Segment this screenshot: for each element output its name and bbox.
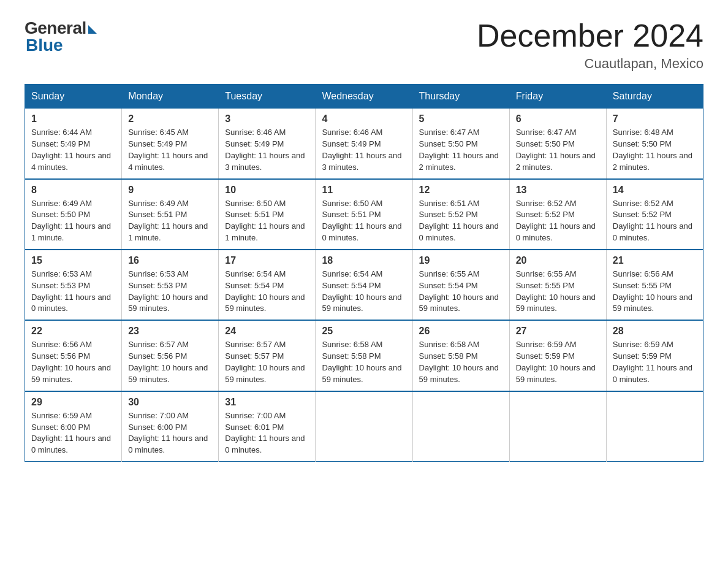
day-number: 8 bbox=[31, 185, 115, 196]
calendar-day-cell: 23Sunrise: 6:57 AMSunset: 5:56 PMDayligh… bbox=[122, 320, 219, 391]
day-info: Sunrise: 6:49 AMSunset: 5:51 PMDaylight:… bbox=[128, 199, 208, 243]
calendar-day-cell: 11Sunrise: 6:50 AMSunset: 5:51 PMDayligh… bbox=[316, 179, 412, 250]
day-info: Sunrise: 6:52 AMSunset: 5:52 PMDaylight:… bbox=[516, 199, 596, 243]
day-info: Sunrise: 6:45 AMSunset: 5:49 PMDaylight:… bbox=[128, 128, 208, 172]
day-info: Sunrise: 6:53 AMSunset: 5:53 PMDaylight:… bbox=[31, 269, 111, 313]
day-info: Sunrise: 6:53 AMSunset: 5:53 PMDaylight:… bbox=[128, 269, 208, 313]
day-header-thursday: Thursday bbox=[412, 85, 509, 109]
logo-blue-text: Blue bbox=[26, 36, 63, 55]
day-info: Sunrise: 6:55 AMSunset: 5:54 PMDaylight:… bbox=[419, 269, 499, 313]
calendar-day-cell: 25Sunrise: 6:58 AMSunset: 5:58 PMDayligh… bbox=[316, 320, 412, 391]
calendar-day-cell: 17Sunrise: 6:54 AMSunset: 5:54 PMDayligh… bbox=[219, 250, 316, 320]
day-number: 24 bbox=[225, 326, 309, 337]
calendar-day-cell: 19Sunrise: 6:55 AMSunset: 5:54 PMDayligh… bbox=[412, 250, 509, 320]
calendar-day-cell: 1Sunrise: 6:44 AMSunset: 5:49 PMDaylight… bbox=[25, 109, 122, 179]
day-number: 4 bbox=[322, 113, 406, 124]
calendar-day-cell: 20Sunrise: 6:55 AMSunset: 5:55 PMDayligh… bbox=[509, 250, 606, 320]
logo: General Blue bbox=[25, 18, 97, 55]
calendar-day-cell: 2Sunrise: 6:45 AMSunset: 5:49 PMDaylight… bbox=[122, 109, 219, 179]
day-header-monday: Monday bbox=[122, 85, 219, 109]
day-info: Sunrise: 6:57 AMSunset: 5:56 PMDaylight:… bbox=[128, 340, 208, 384]
day-info: Sunrise: 6:56 AMSunset: 5:55 PMDaylight:… bbox=[613, 269, 692, 313]
day-number: 1 bbox=[31, 113, 115, 124]
calendar-day-cell: 9Sunrise: 6:49 AMSunset: 5:51 PMDaylight… bbox=[122, 179, 219, 250]
day-info: Sunrise: 6:47 AMSunset: 5:50 PMDaylight:… bbox=[516, 128, 596, 172]
day-number: 25 bbox=[322, 326, 406, 337]
day-number: 5 bbox=[419, 113, 503, 124]
calendar-day-cell bbox=[509, 391, 606, 462]
day-number: 12 bbox=[419, 185, 503, 196]
day-info: Sunrise: 6:46 AMSunset: 5:49 PMDaylight:… bbox=[322, 128, 401, 172]
calendar-day-cell: 8Sunrise: 6:49 AMSunset: 5:50 PMDaylight… bbox=[25, 179, 122, 250]
day-number: 23 bbox=[128, 326, 212, 337]
day-number: 6 bbox=[516, 113, 600, 124]
day-info: Sunrise: 6:58 AMSunset: 5:58 PMDaylight:… bbox=[322, 340, 401, 384]
day-number: 30 bbox=[128, 397, 212, 408]
day-info: Sunrise: 6:52 AMSunset: 5:52 PMDaylight:… bbox=[613, 199, 692, 243]
calendar-day-cell: 24Sunrise: 6:57 AMSunset: 5:57 PMDayligh… bbox=[219, 320, 316, 391]
day-number: 2 bbox=[128, 113, 212, 124]
calendar-week-row: 1Sunrise: 6:44 AMSunset: 5:49 PMDaylight… bbox=[25, 109, 703, 179]
logo-arrow-icon bbox=[88, 25, 97, 34]
day-number: 31 bbox=[225, 397, 309, 408]
calendar-day-cell: 12Sunrise: 6:51 AMSunset: 5:52 PMDayligh… bbox=[412, 179, 509, 250]
calendar-week-row: 29Sunrise: 6:59 AMSunset: 6:00 PMDayligh… bbox=[25, 391, 703, 462]
calendar-day-cell: 21Sunrise: 6:56 AMSunset: 5:55 PMDayligh… bbox=[606, 250, 703, 320]
day-info: Sunrise: 6:50 AMSunset: 5:51 PMDaylight:… bbox=[225, 199, 305, 243]
day-number: 22 bbox=[31, 326, 115, 337]
day-info: Sunrise: 6:50 AMSunset: 5:51 PMDaylight:… bbox=[322, 199, 401, 243]
calendar-day-cell: 14Sunrise: 6:52 AMSunset: 5:52 PMDayligh… bbox=[606, 179, 703, 250]
calendar-day-cell: 4Sunrise: 6:46 AMSunset: 5:49 PMDaylight… bbox=[316, 109, 412, 179]
day-info: Sunrise: 6:57 AMSunset: 5:57 PMDaylight:… bbox=[225, 340, 305, 384]
day-info: Sunrise: 7:00 AMSunset: 6:00 PMDaylight:… bbox=[128, 411, 208, 455]
day-number: 13 bbox=[516, 185, 600, 196]
day-number: 27 bbox=[516, 326, 600, 337]
day-info: Sunrise: 6:51 AMSunset: 5:52 PMDaylight:… bbox=[419, 199, 499, 243]
day-number: 11 bbox=[322, 185, 406, 196]
day-info: Sunrise: 6:55 AMSunset: 5:55 PMDaylight:… bbox=[516, 269, 596, 313]
calendar-day-cell: 28Sunrise: 6:59 AMSunset: 5:59 PMDayligh… bbox=[606, 320, 703, 391]
calendar-day-cell: 31Sunrise: 7:00 AMSunset: 6:01 PMDayligh… bbox=[219, 391, 316, 462]
day-number: 9 bbox=[128, 185, 212, 196]
day-number: 28 bbox=[613, 326, 697, 337]
day-info: Sunrise: 6:59 AMSunset: 5:59 PMDaylight:… bbox=[516, 340, 596, 384]
day-number: 10 bbox=[225, 185, 309, 196]
day-number: 3 bbox=[225, 113, 309, 124]
day-number: 29 bbox=[31, 397, 115, 408]
day-info: Sunrise: 7:00 AMSunset: 6:01 PMDaylight:… bbox=[225, 411, 305, 455]
day-number: 20 bbox=[516, 255, 600, 266]
location-text: Cuautlapan, Mexico bbox=[477, 56, 703, 72]
day-info: Sunrise: 6:59 AMSunset: 5:59 PMDaylight:… bbox=[613, 340, 692, 384]
calendar-day-cell: 18Sunrise: 6:54 AMSunset: 5:54 PMDayligh… bbox=[316, 250, 412, 320]
calendar-day-cell: 27Sunrise: 6:59 AMSunset: 5:59 PMDayligh… bbox=[509, 320, 606, 391]
calendar-day-cell: 22Sunrise: 6:56 AMSunset: 5:56 PMDayligh… bbox=[25, 320, 122, 391]
day-number: 16 bbox=[128, 255, 212, 266]
calendar-day-cell: 26Sunrise: 6:58 AMSunset: 5:58 PMDayligh… bbox=[412, 320, 509, 391]
calendar-day-cell bbox=[316, 391, 412, 462]
calendar-day-cell: 29Sunrise: 6:59 AMSunset: 6:00 PMDayligh… bbox=[25, 391, 122, 462]
day-number: 18 bbox=[322, 255, 406, 266]
day-header-sunday: Sunday bbox=[25, 85, 122, 109]
day-info: Sunrise: 6:46 AMSunset: 5:49 PMDaylight:… bbox=[225, 128, 305, 172]
calendar-day-cell bbox=[412, 391, 509, 462]
day-header-friday: Friday bbox=[509, 85, 606, 109]
day-header-saturday: Saturday bbox=[606, 85, 703, 109]
day-number: 26 bbox=[419, 326, 503, 337]
day-number: 21 bbox=[613, 255, 697, 266]
calendar-day-cell: 7Sunrise: 6:48 AMSunset: 5:50 PMDaylight… bbox=[606, 109, 703, 179]
day-number: 15 bbox=[31, 255, 115, 266]
day-info: Sunrise: 6:47 AMSunset: 5:50 PMDaylight:… bbox=[419, 128, 499, 172]
calendar-week-row: 22Sunrise: 6:56 AMSunset: 5:56 PMDayligh… bbox=[25, 320, 703, 391]
calendar-day-cell: 13Sunrise: 6:52 AMSunset: 5:52 PMDayligh… bbox=[509, 179, 606, 250]
day-header-wednesday: Wednesday bbox=[316, 85, 412, 109]
calendar-day-cell: 16Sunrise: 6:53 AMSunset: 5:53 PMDayligh… bbox=[122, 250, 219, 320]
day-info: Sunrise: 6:58 AMSunset: 5:58 PMDaylight:… bbox=[419, 340, 499, 384]
page-header: General Blue December 2024 Cuautlapan, M… bbox=[25, 18, 703, 72]
calendar-header-row: SundayMondayTuesdayWednesdayThursdayFrid… bbox=[25, 85, 703, 109]
day-number: 14 bbox=[613, 185, 697, 196]
day-info: Sunrise: 6:44 AMSunset: 5:49 PMDaylight:… bbox=[31, 128, 111, 172]
day-number: 19 bbox=[419, 255, 503, 266]
calendar-week-row: 15Sunrise: 6:53 AMSunset: 5:53 PMDayligh… bbox=[25, 250, 703, 320]
day-info: Sunrise: 6:48 AMSunset: 5:50 PMDaylight:… bbox=[613, 128, 692, 172]
day-number: 17 bbox=[225, 255, 309, 266]
